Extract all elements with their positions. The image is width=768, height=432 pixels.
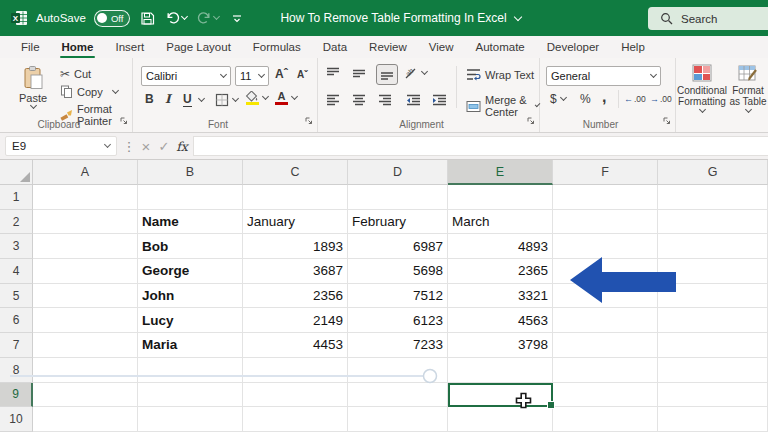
percent-style-button[interactable]: % [580, 92, 591, 106]
column-header-G[interactable]: G [658, 160, 768, 185]
cell-B10[interactable] [138, 407, 243, 432]
column-header-F[interactable]: F [553, 160, 658, 185]
underline-button[interactable]: U [183, 92, 204, 107]
cell-F1[interactable] [553, 185, 658, 210]
cell-F9[interactable] [553, 383, 658, 408]
cell-B8[interactable] [138, 358, 243, 383]
alignment-dialog-launcher-icon[interactable] [526, 111, 535, 129]
menu-tab-insert[interactable]: Insert [104, 36, 155, 58]
cell-F7[interactable] [553, 333, 658, 358]
cell-C2[interactable]: January [243, 210, 348, 235]
cell-F4[interactable] [553, 259, 658, 284]
cell-D3[interactable]: 6987 [348, 234, 448, 259]
format-as-table-button[interactable]: Format as Table [728, 64, 768, 112]
cell-A1[interactable] [33, 185, 138, 210]
align-left-button[interactable] [326, 94, 340, 107]
italic-button[interactable]: I [165, 92, 171, 106]
cell-E2[interactable]: March [448, 210, 553, 235]
cell-G4[interactable] [658, 259, 768, 284]
row-header-10[interactable]: 10 [0, 407, 33, 432]
cell-E5[interactable]: 3321 [448, 284, 553, 309]
cell-E4[interactable]: 2365 [448, 259, 553, 284]
menu-tab-data[interactable]: Data [312, 36, 358, 58]
increase-decimal-button[interactable]: ← .00 [624, 94, 646, 104]
cell-E7[interactable]: 3798 [448, 333, 553, 358]
cell-C5[interactable]: 2356 [243, 284, 348, 309]
row-header-1[interactable]: 1 [0, 185, 33, 210]
undo-icon[interactable] [164, 7, 188, 29]
row-header-3[interactable]: 3 [0, 234, 33, 259]
cell-C8[interactable] [243, 358, 348, 383]
font-dialog-launcher-icon[interactable] [304, 111, 313, 129]
row-header-5[interactable]: 5 [0, 284, 33, 309]
menu-tab-view[interactable]: View [418, 36, 465, 58]
cell-F5[interactable] [553, 284, 658, 309]
insert-function-icon[interactable]: fx [174, 136, 190, 156]
cell-G1[interactable] [658, 185, 768, 210]
cell-B6[interactable]: Lucy [138, 308, 243, 333]
borders-button[interactable] [215, 93, 238, 107]
bottom-align-button[interactable] [376, 64, 398, 85]
cell-C9[interactable] [243, 383, 348, 408]
cancel-icon[interactable]: × [138, 136, 154, 156]
cell-G5[interactable] [658, 284, 768, 309]
cell-E10[interactable] [448, 407, 553, 432]
cell-C10[interactable] [243, 407, 348, 432]
font-color-button[interactable]: A [275, 91, 297, 105]
increase-font-size-button[interactable]: Aˆ [275, 67, 288, 81]
menu-tab-help[interactable]: Help [610, 36, 656, 58]
font-name-select[interactable]: Calibri [141, 66, 231, 86]
cell-E6[interactable]: 4563 [448, 308, 553, 333]
column-header-A[interactable]: A [33, 160, 138, 185]
cell-C1[interactable] [243, 185, 348, 210]
decrease-indent-button[interactable] [406, 94, 421, 107]
cell-G9[interactable] [658, 383, 768, 408]
menu-tab-formulas[interactable]: Formulas [242, 36, 312, 58]
cell-D8[interactable] [348, 358, 448, 383]
align-center-button[interactable] [352, 94, 366, 107]
cell-G6[interactable] [658, 308, 768, 333]
autosave-toggle[interactable]: Off [94, 10, 131, 27]
window-title[interactable]: How To Remove Table Formatting In Excel [280, 11, 520, 25]
select-all-corner[interactable] [0, 160, 33, 185]
active-cell-selection[interactable] [448, 383, 553, 408]
menu-tab-review[interactable]: Review [358, 36, 418, 58]
cell-G3[interactable] [658, 234, 768, 259]
cell-G7[interactable] [658, 333, 768, 358]
cell-G8[interactable] [658, 358, 768, 383]
cell-D7[interactable]: 7233 [348, 333, 448, 358]
enter-icon[interactable]: ✓ [156, 136, 172, 156]
menu-tab-home[interactable]: Home [51, 36, 105, 58]
cell-E8[interactable] [448, 358, 553, 383]
cell-A6[interactable] [33, 308, 138, 333]
cell-A9[interactable] [33, 383, 138, 408]
column-header-E[interactable]: E [448, 160, 553, 185]
menu-tab-file[interactable]: File [10, 36, 51, 58]
cell-A5[interactable] [33, 284, 138, 309]
menu-tab-automate[interactable]: Automate [465, 36, 536, 58]
cell-B1[interactable] [138, 185, 243, 210]
menu-tab-developer[interactable]: Developer [536, 36, 610, 58]
redo-icon[interactable] [196, 7, 220, 29]
column-header-C[interactable]: C [243, 160, 348, 185]
cell-D4[interactable]: 5698 [348, 259, 448, 284]
cell-F2[interactable] [553, 210, 658, 235]
accounting-format-button[interactable]: $ [550, 92, 566, 106]
wrap-text-button[interactable]: Wrap Text [466, 68, 534, 81]
increase-indent-button[interactable] [432, 94, 447, 107]
paste-button[interactable]: Paste [14, 65, 52, 108]
orientation-button[interactable]: ab [404, 66, 427, 80]
cell-D2[interactable]: February [348, 210, 448, 235]
excel-app-icon[interactable]: X [10, 9, 28, 27]
row-header-4[interactable]: 4 [0, 259, 33, 284]
cell-C6[interactable]: 2149 [243, 308, 348, 333]
row-header-2[interactable]: 2 [0, 210, 33, 235]
cut-button[interactable]: ✂ Cut [60, 67, 91, 81]
search-box[interactable]: Search [648, 7, 768, 30]
cell-C7[interactable]: 4453 [243, 333, 348, 358]
cell-E3[interactable]: 4893 [448, 234, 553, 259]
number-format-select[interactable]: General [546, 66, 661, 86]
top-align-button[interactable] [326, 67, 340, 80]
bold-button[interactable]: B [145, 92, 154, 106]
cell-F6[interactable] [553, 308, 658, 333]
